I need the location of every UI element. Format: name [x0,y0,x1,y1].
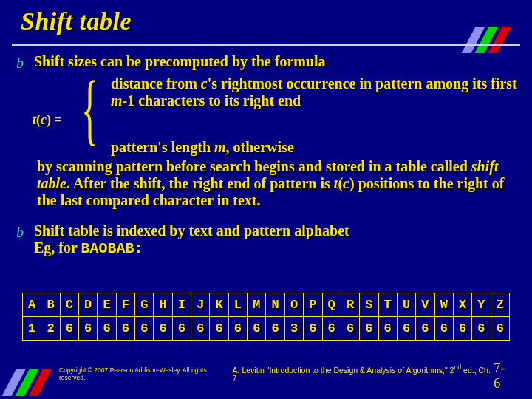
bullet-1-intro: Shift sizes can be precomputed by the fo… [34,53,326,70]
case2-pre: pattern's length [111,139,214,155]
after-close: ) [349,175,355,191]
table-header-cell: P [304,293,322,317]
table-value-cell: 6 [228,317,247,341]
table-value-cell: 6 [172,317,191,341]
table-header-cell: R [341,293,359,317]
table-header-cell: G [135,293,154,317]
table-header-cell: I [172,293,191,317]
table-header-cell: K [210,293,228,317]
table-header-cell: V [416,293,434,317]
slide: Shift table b Shift sizes can be precomp… [0,0,532,399]
table-header-cell: L [228,293,247,317]
table-header-cell: Y [472,293,491,317]
table-value-cell: 6 [98,317,116,341]
table-header-cell: Q [322,293,341,317]
case1-m: m [111,92,123,109]
table-value-cell: 1 [23,317,41,341]
footer: Copyright © 2007 Pearson Addison-Wesley.… [59,361,511,392]
table-value-cell: 6 [397,317,415,341]
bullet2-line-b-pre: Eg, for [34,239,81,256]
table-value-cell: 6 [472,317,491,341]
accent-bars-top [468,27,511,53]
table-header-row: ABCDEFGHIJKLMNOPQRSTUVWXYZ [23,293,510,317]
table-header-cell: N [266,293,284,317]
table-value-cell: 6 [154,317,172,341]
t-of-c-c: c [41,112,47,127]
table-value-cell: 6 [60,317,78,341]
after-mid1: . After the shift, the right end of patt… [66,175,334,191]
formula-block: t(c) = { distance from c's rightmost occ… [33,74,519,158]
shift-table: ABCDEFGHIJKLMNOPQRSTUVWXYZ 1266666666666… [22,293,510,341]
bullet2-line-b-mono: BAOBAB: [81,240,143,257]
table-header-cell: S [360,293,378,317]
citation-pre: A. Levitin "Introduction to the Design &… [233,365,454,374]
table-value-cell: 6 [341,317,359,341]
table-value-cell: 6 [453,317,471,341]
t-of-c-close: ) = [47,112,62,127]
table-value-cell: 6 [266,317,284,341]
table-value-cell: 6 [360,317,378,341]
bullet2-line-a: Shift table is indexed by text and patte… [34,222,349,239]
case1-mid: 's rightmost occurrence in pattern among… [208,75,517,92]
copyright-text: Copyright © 2007 Pearson Addison-Wesley.… [59,366,233,381]
table-header-cell: T [378,293,397,317]
case2-post: , otherwise [226,139,294,155]
accent-bars-bottom [9,369,52,396]
table-header-cell: F [116,293,134,317]
table-header-cell: C [60,293,78,317]
case1-c: c [201,75,208,92]
table-header-cell: B [41,293,60,317]
table-value-cell: 6 [304,317,322,341]
table-header-cell: D [79,293,98,317]
table-header-cell: Z [491,293,509,317]
table-header-cell: A [23,293,41,317]
title-rule [12,44,520,46]
shift-table-table: ABCDEFGHIJKLMNOPQRSTUVWXYZ 1266666666666… [22,293,510,341]
brace-icon: { [81,74,98,145]
bullet-2-text: Shift table is indexed by text and patte… [34,222,349,257]
table-value-cell: 6 [491,317,509,341]
citation-text: A. Levitin "Introduction to the Design &… [233,364,494,383]
table-value-row: 12666666666666366666666666 [23,317,510,341]
formula-case-1: distance from c's rightmost occurrence i… [111,75,519,109]
table-header-cell: E [98,293,116,317]
table-value-cell: 6 [378,317,397,341]
table-header-cell: U [397,293,415,317]
table-header-cell: X [453,293,471,317]
formula-case-2: pattern's length m, otherwise [111,139,519,156]
case1-pre: distance from [111,75,201,92]
case1-post: -1 characters to its right end [123,92,301,109]
bullet-icon: b [13,224,27,240]
table-header-cell: O [284,293,303,317]
table-value-cell: 6 [79,317,98,341]
table-value-cell: 6 [135,317,154,341]
table-value-cell: 6 [322,317,341,341]
table-value-cell: 6 [248,317,266,341]
table-value-cell: 3 [284,317,303,341]
table-value-cell: 6 [416,317,434,341]
bullet-2: b Shift table is indexed by text and pat… [13,222,519,257]
after-c: c [343,175,349,191]
after-pre: by scanning pattern before search begins… [37,158,471,174]
table-value-cell: 2 [41,317,60,341]
t-of-c: t(c) = [33,112,62,128]
table-value-cell: 6 [210,317,228,341]
citation-sup: nd [454,364,461,371]
table-value-cell: 6 [434,317,453,341]
page-number: 7-6 [494,361,511,392]
content-area: b Shift sizes can be precomputed by the … [13,53,519,260]
table-value-cell: 6 [191,317,210,341]
bullet-icon: b [13,55,27,71]
table-header-cell: M [248,293,266,317]
table-header-cell: H [154,293,172,317]
table-header-cell: J [191,293,210,317]
slide-title: Shift table [21,7,132,35]
table-header-cell: W [434,293,453,317]
after-formula-text: by scanning pattern before search begins… [37,158,519,209]
case2-m: m [214,139,226,155]
table-value-cell: 6 [116,317,134,341]
